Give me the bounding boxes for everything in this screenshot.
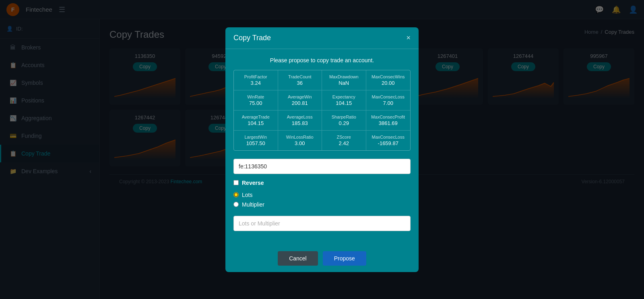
modal-close-button[interactable]: × (406, 34, 411, 42)
stat-avg-loss: AverageLoss 185.83 (278, 111, 322, 130)
stats-row-0: ProfitFactor 3.24 TradeCount 36 MaxDrawd… (234, 70, 410, 90)
reverse-row: Reverse (233, 180, 411, 186)
stat-avg-trade: AverageTrade 104.15 (234, 111, 278, 130)
modal-body: Please propose to copy trade an account.… (225, 49, 419, 245)
modal-title: Copy Trade (233, 34, 271, 42)
stat-max-consec-loss-1: MaxConsecLoss 7.00 (366, 90, 411, 110)
modal-header: Copy Trade × (225, 27, 419, 49)
lots-radio-row: Lots (233, 192, 411, 198)
stat-largest-win: LargestWin 1057.50 (234, 131, 278, 150)
lots-radio[interactable] (233, 192, 239, 197)
cancel-button[interactable]: Cancel (278, 251, 318, 266)
propose-button[interactable]: Propose (323, 251, 366, 266)
stats-row-1: WinRate 75.00 AverageWin 200.81 Expectan… (234, 90, 410, 111)
account-input[interactable] (233, 159, 411, 174)
copy-mode-radio-group: Lots Multiplier (233, 192, 411, 208)
modal-buttons: Cancel Propose (225, 245, 419, 272)
reverse-checkbox[interactable] (233, 180, 239, 185)
multiplier-label[interactable]: Multiplier (242, 201, 264, 208)
modal-subtitle: Please propose to copy trade an account. (233, 57, 411, 63)
stat-max-consec-profit: MaxConsecProfit 3861.69 (366, 111, 411, 130)
multiplier-radio-row: Multiplier (233, 201, 411, 208)
multiplier-radio[interactable] (233, 202, 239, 207)
copy-trade-modal: Copy Trade × Please propose to copy trad… (225, 27, 419, 272)
stat-max-consec-wins: MaxConsecWins 20.00 (366, 70, 411, 90)
stat-trade-count: TradeCount 36 (278, 70, 322, 90)
stats-row-2: AverageTrade 104.15 AverageLoss 185.83 S… (234, 111, 410, 131)
stat-win-loss-ratio: WinLossRatio 3.00 (278, 131, 322, 150)
stat-profit-factor: ProfitFactor 3.24 (234, 70, 278, 90)
stat-zscore: ZScore 2.42 (322, 131, 366, 150)
stat-avg-win: AverageWin 200.81 (278, 90, 322, 110)
lots-multiplier-input[interactable] (233, 216, 411, 231)
stat-sharpe-ratio: SharpeRatio 0.29 (322, 111, 366, 130)
stat-max-drawdown: MaxDrawdown NaN (322, 70, 366, 90)
stat-expectancy: Expectancy 104.15 (322, 90, 366, 110)
stats-row-3: LargestWin 1057.50 WinLossRatio 3.00 ZSc… (234, 131, 410, 150)
stat-win-rate: WinRate 75.00 (234, 90, 278, 110)
reverse-label[interactable]: Reverse (242, 180, 264, 186)
stat-max-consec-loss-2: MaxConsecLoss -1659.87 (366, 131, 411, 150)
lots-label[interactable]: Lots (242, 192, 252, 198)
stats-table: ProfitFactor 3.24 TradeCount 36 MaxDrawd… (233, 70, 411, 151)
modal-overlay[interactable]: Copy Trade × Please propose to copy trad… (0, 0, 644, 299)
